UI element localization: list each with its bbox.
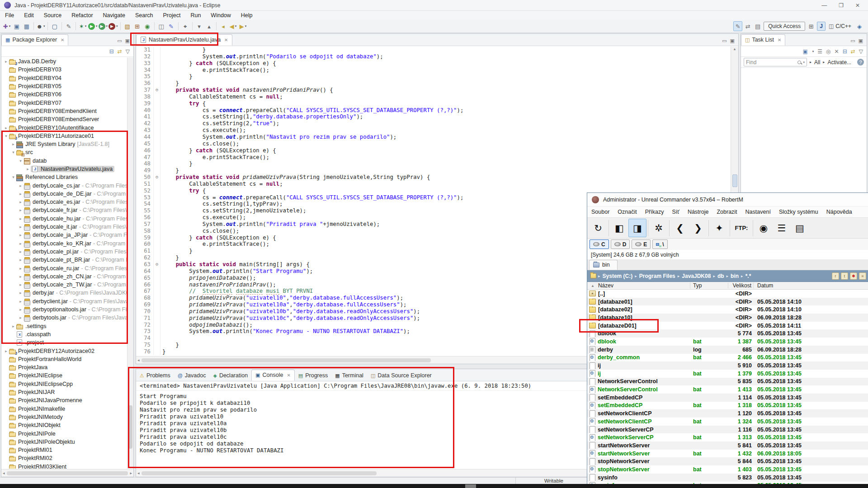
menu-edit[interactable]: Edit bbox=[19, 12, 39, 19]
tab-progress[interactable]: ▤Progress bbox=[295, 371, 331, 381]
file-row-stopNetworkServer[interactable]: stopNetworkServer5 84405.05.2018 13:45 bbox=[587, 457, 868, 465]
tree-item-ProjektJNIMetody[interactable]: ProjektJNIMetody bbox=[1, 413, 127, 421]
collapse-all-icon[interactable]: ⊟ bbox=[109, 48, 114, 55]
fold-minus-icon[interactable]: ⊖ bbox=[153, 87, 160, 94]
file-row-dblook[interactable]: dblookbat1 38705.05.2018 13:45 bbox=[587, 338, 868, 346]
fold-minus-icon[interactable]: ⊖ bbox=[153, 261, 160, 268]
file-row-ij[interactable]: ij5 91005.05.2018 13:45 bbox=[587, 361, 868, 370]
column-typ[interactable]: Typ bbox=[690, 282, 728, 289]
coverage-button[interactable]: ▶▾ bbox=[108, 21, 118, 31]
tree-item-ProjektFortranHalloWorld[interactable]: ProjektFortranHalloWorld bbox=[1, 355, 127, 363]
chevron-right-icon[interactable]: ▸ bbox=[18, 266, 24, 271]
open-perspective-icon[interactable]: ⊞ bbox=[807, 21, 816, 31]
tree-item-ProjektRMI02[interactable]: ProjektRMI02 bbox=[1, 454, 127, 462]
file-row-NetworkServerControl[interactable]: NetworkServerControlbat1 41305.05.2018 1… bbox=[587, 385, 868, 394]
minimize-view-icon[interactable]: ▭ bbox=[722, 38, 726, 44]
tree-item-derbytools.jar[interactable]: ▸derbytools.jar - C:\Program Files\JavaJ… bbox=[1, 314, 127, 322]
unreal-menu-síť[interactable]: Síť bbox=[668, 209, 684, 215]
tab-javadoc[interactable]: @Javadoc bbox=[174, 371, 210, 381]
find-all-link[interactable]: All bbox=[814, 59, 820, 66]
tree-item-Java.DB.Derby[interactable]: ▸Java.DB.Derby bbox=[1, 57, 127, 66]
file-row-ij[interactable]: ijbat1 37905.05.2018 13:45 bbox=[587, 370, 868, 378]
menu-window[interactable]: Window bbox=[206, 12, 236, 19]
back-button[interactable]: ❮ bbox=[671, 219, 689, 237]
chevron-right-icon[interactable]: ▸ bbox=[18, 200, 24, 204]
file-row-databaze02[interactable]: [databaze02]<DIR>05.05.2018 14:10 bbox=[587, 305, 868, 314]
breadcrumb-bin[interactable]: bin bbox=[730, 273, 740, 279]
forward-button[interactable]: ▶▾ bbox=[239, 21, 248, 31]
tab-task-list[interactable]: ◫ Task List ✕ bbox=[741, 34, 785, 46]
unreal-menu-soubor[interactable]: Soubor bbox=[587, 209, 613, 215]
scroll-left-icon[interactable]: ◂ bbox=[136, 358, 140, 362]
tree-item-ProjektDERBY10Autentifikace[interactable]: ▸ProjektDERBY10Autentifikace bbox=[1, 123, 127, 131]
new-java-project-button[interactable]: ▧ bbox=[123, 21, 132, 31]
tree-item-derbyLocale_cs.jar[interactable]: ▸derbyLocale_cs.jar - C:\Program Files\J… bbox=[1, 181, 127, 189]
quick-access-button[interactable]: Quick Access bbox=[764, 22, 805, 31]
chevron-down-icon[interactable]: ▾ bbox=[10, 175, 16, 179]
tree-item-ProjektJNIPoleObjektu[interactable]: ProjektJNIPoleObjektu bbox=[1, 438, 127, 446]
unreal-menu-příkazy[interactable]: Příkazy bbox=[641, 209, 668, 215]
chevron-right-icon[interactable]: ▸ bbox=[18, 233, 24, 237]
file-row-setNetworkServerCP[interactable]: setNetworkServerCPbat1 31305.05.2018 13:… bbox=[587, 433, 868, 441]
show-selection-button[interactable]: ▤ bbox=[753, 21, 762, 31]
chevron-right-icon[interactable]: ▸ bbox=[18, 315, 24, 320]
menu-refactor[interactable]: Refactor bbox=[66, 12, 98, 19]
chevron-right-icon[interactable]: ▸ bbox=[18, 291, 24, 295]
wings-button[interactable]: ✦ bbox=[710, 219, 728, 237]
tree-item-derbyLocale_ja_JP.jar[interactable]: ▸derbyLocale_ja_JP.jar - C:\Program File… bbox=[1, 231, 127, 239]
file-row-setNetworkServerCP[interactable]: setNetworkServerCP1 11605.05.2018 13:45 bbox=[587, 426, 868, 434]
chevron-right-icon[interactable]: ▸ bbox=[3, 349, 9, 353]
file-row-startNetworkServer[interactable]: startNetworkServerbat1 43206.09.2018 18:… bbox=[587, 450, 868, 458]
new-class-button[interactable]: ◉ bbox=[143, 21, 152, 31]
close-icon[interactable]: ✕ bbox=[778, 38, 781, 42]
next-annotation-button[interactable]: ▾ bbox=[195, 21, 204, 31]
help-icon[interactable]: ? bbox=[857, 59, 864, 66]
close-icon[interactable]: ✕ bbox=[287, 373, 290, 378]
breadcrumb-db[interactable]: db bbox=[717, 273, 725, 279]
fold-minus-icon[interactable]: ⊖ bbox=[153, 174, 160, 181]
tab-package-explorer[interactable]: ▦ Package Explorer ✕ bbox=[1, 34, 68, 46]
file-row-setEmbeddedCP[interactable]: setEmbeddedCP1 11405.05.2018 13:45 bbox=[587, 394, 868, 402]
minimize-view-icon[interactable]: ▭ bbox=[850, 38, 855, 44]
maximize-view-icon[interactable]: ▣ bbox=[859, 38, 863, 44]
file-row-setEmbeddedCP[interactable]: setEmbeddedCPbat1 31805.05.2018 13:45 bbox=[587, 402, 868, 410]
chevron-right-icon[interactable]: ▸ bbox=[3, 59, 9, 64]
maximize-icon[interactable]: ❐ bbox=[839, 2, 844, 9]
tree-item-derbyLocale_it.jar[interactable]: ▸derbyLocale_it.jar - C:\Program Files\J… bbox=[1, 223, 127, 231]
file-row-stopNetworkServer[interactable]: stopNetworkServerbat1 40305.05.2018 13:4… bbox=[587, 465, 868, 474]
view-menu-icon[interactable]: ▽ bbox=[126, 48, 130, 55]
tree-item-derbyLocale_es.jar[interactable]: ▸derbyLocale_es.jar - C:\Program Files\J… bbox=[1, 198, 127, 206]
search-button[interactable]: ⌖ bbox=[181, 21, 190, 31]
cpp-perspective-button[interactable]: ◫ C/C++ bbox=[826, 22, 854, 30]
tree-item-derby.jar[interactable]: ▸derby.jar - C:\Program Files\JavaJDK08\… bbox=[1, 289, 127, 297]
folders-button[interactable]: ▤ bbox=[791, 219, 809, 237]
collapse-all-icon[interactable]: ⊟ bbox=[843, 48, 847, 55]
file-row-derby[interactable]: derbylog68506.09.2018 18:28 bbox=[587, 346, 868, 354]
taskbar-item[interactable] bbox=[465, 484, 476, 488]
chevron-right-icon[interactable]: ▸ bbox=[25, 167, 31, 171]
chevron-right-icon[interactable]: ▸ bbox=[18, 249, 24, 254]
tree-item-ProjektRMI01[interactable]: ProjektRMI01 bbox=[1, 446, 127, 454]
select-group-button[interactable]: ✲ bbox=[650, 219, 668, 237]
chevron-down-icon[interactable]: ▾ bbox=[10, 150, 16, 155]
chevron-right-icon[interactable]: ▸ bbox=[18, 307, 24, 312]
tree-item-datab[interactable]: ▾datab bbox=[1, 157, 127, 165]
chevron-right-icon[interactable]: ▸ bbox=[10, 142, 16, 146]
tree-item-JRE System Library[interactable]: ▸JRE System Library [JavaSE-1.8] bbox=[1, 140, 127, 148]
tab-terminal[interactable]: ▦Terminal bbox=[331, 371, 367, 381]
package-explorer-hscrollbar[interactable]: ◂ ▸ bbox=[1, 469, 133, 477]
tree-item-derbyLocale_fr.jar[interactable]: ▸derbyLocale_fr.jar - C:\Program Files\J… bbox=[1, 206, 127, 214]
unreal-menu-nastavení[interactable]: Nastavení bbox=[741, 209, 775, 215]
file-row-derbycommon[interactable]: derby_commonbat2 46605.05.2018 13:45 bbox=[587, 354, 868, 362]
file-row-setNetworkClientCP[interactable]: setNetworkClientCPbat1 32405.05.2018 13:… bbox=[587, 418, 868, 426]
search-button[interactable]: ◉ bbox=[755, 219, 773, 237]
file-row-setNetworkClientCP[interactable]: setNetworkClientCP1 12005.05.2018 13:45 bbox=[587, 409, 868, 418]
tree-item-.classpath[interactable]: .classpath bbox=[1, 330, 127, 338]
tree-item-ProjektRMI03Klient[interactable]: ProjektRMI03Klient bbox=[1, 463, 127, 469]
drive-D-button[interactable]: D bbox=[611, 239, 630, 249]
folder-tab-bin[interactable]: bin bbox=[589, 260, 618, 270]
breadcrumb-SystemC[interactable]: System (C:) bbox=[602, 273, 634, 279]
file-row-[interactable]: [..]<DIR> bbox=[587, 290, 868, 298]
tab-console[interactable]: ▣Console✕ bbox=[251, 370, 295, 381]
close-icon[interactable]: ✕ bbox=[855, 2, 860, 9]
